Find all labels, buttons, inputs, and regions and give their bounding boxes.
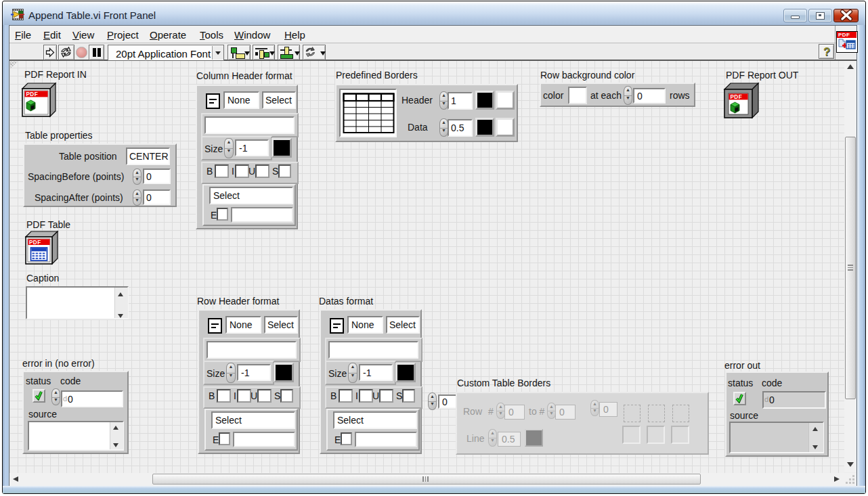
svg-text:PDF: PDF: [731, 94, 743, 100]
svg-text:PDF: PDF: [29, 240, 41, 246]
svg-text:PDF: PDF: [26, 91, 39, 97]
